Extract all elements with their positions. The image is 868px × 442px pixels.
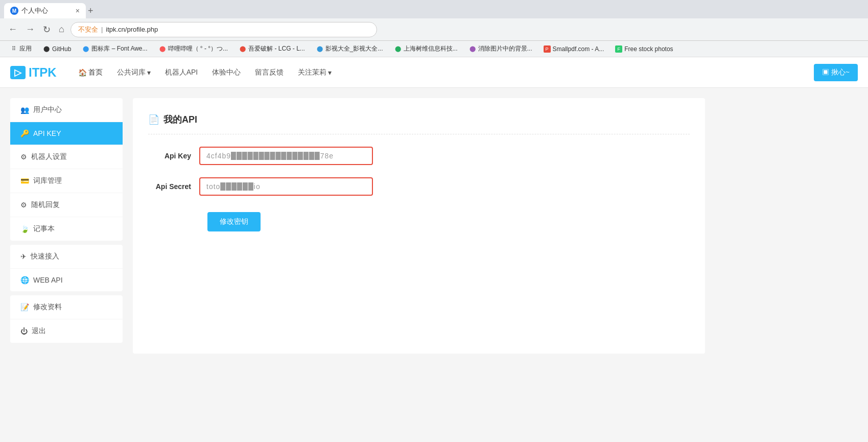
api-key-label: Api Key (148, 152, 199, 160)
sidebar-section-main: 👥 用户中心 🔑 API KEY ⚙ 机器人设置 💳 词库管理 ⚙ 随 (10, 98, 123, 241)
sidebar-item-quick-access[interactable]: ✈ 快速接入 (10, 245, 123, 269)
sidebar-section-account: 📝 修改资料 ⏻ 退出 (10, 295, 123, 343)
logo-tag: ▷ (10, 66, 26, 79)
pojie-icon: ⬤ (239, 45, 246, 53)
sidebar-item-robot-settings[interactable]: ⚙ 机器人设置 (10, 145, 123, 169)
plane-icon: ✈ (20, 252, 27, 261)
nav-feedback[interactable]: 留言反馈 (249, 65, 290, 80)
yingshi-icon: ⬤ (316, 45, 323, 53)
sidebar-item-random-reply[interactable]: ⚙ 随机回复 (10, 193, 123, 217)
reload-button[interactable]: ↻ (41, 22, 53, 37)
follow-dropdown-icon: ▾ (328, 68, 332, 77)
new-tab-button[interactable]: + (88, 6, 93, 16)
section-title: 📄 我的API (148, 113, 690, 134)
submit-button[interactable]: 修改密钥 (207, 212, 261, 231)
shuwei-icon: ⬤ (394, 45, 402, 53)
bookmark-apps[interactable]: ⠿ 应用 (6, 43, 36, 54)
api-secret-input[interactable] (199, 177, 373, 196)
home-button[interactable]: ⌂ (57, 22, 66, 37)
address-bar: ← → ↻ ⌂ 不安全 | itpk.cn/profile.php (0, 18, 868, 41)
nav-experience[interactable]: 体验中心 (206, 65, 247, 80)
nav-public-library[interactable]: 公共词库 ▾ (111, 65, 157, 80)
sidebar-section-quick: ✈ 快速接入 🌐 WEB API (10, 245, 123, 291)
sidebar: 👥 用户中心 🔑 API KEY ⚙ 机器人设置 💳 词库管理 ⚙ 随 (10, 98, 123, 354)
bookmark-fontawesome[interactable]: ⬤ 图标库 – Font Awe... (78, 43, 151, 54)
nav-home[interactable]: 🏠 首页 (72, 65, 109, 80)
bookmark-freestockphotos[interactable]: F Free stock photos (611, 44, 677, 54)
api-key-input-wrapper (199, 147, 373, 165)
api-secret-label: Api Secret (148, 182, 199, 191)
website: ▷ ITPK 🏠 首页 公共词库 ▾ 机器人API 体验中心 留言反馈 关注茉莉 (0, 57, 868, 442)
browser-chrome: M 个人中心 × + ← → ↻ ⌂ 不安全 | itpk.cn/profile… (0, 0, 868, 57)
bookmark-52pojie[interactable]: ⬤ 吾爱破解 - LCG - L... (235, 43, 309, 54)
sidebar-item-vocabulary[interactable]: 💳 词库管理 (10, 169, 123, 193)
main-layout: 👥 用户中心 🔑 API KEY ⚙ 机器人设置 💳 词库管理 ⚙ 随 (0, 88, 715, 364)
tab-favicon: M (10, 7, 18, 15)
back-button[interactable]: ← (6, 22, 19, 37)
bookmark-removebg[interactable]: ⬤ 消除图片中的背景... (465, 43, 536, 54)
bookmark-bilibili[interactable]: ⬤ 哔哩哔哩（ ° - °）つ... (155, 43, 232, 54)
forward-button[interactable]: → (24, 22, 37, 37)
smallpdf-icon: P (544, 45, 551, 53)
power-icon: ⏻ (20, 327, 28, 335)
sidebar-item-api-key[interactable]: 🔑 API KEY (10, 122, 123, 145)
bookmark-github[interactable]: ⬤ GitHub (39, 44, 75, 54)
nav-right: ▣ 揪心~ (814, 64, 858, 81)
tab-close-button[interactable]: × (76, 7, 80, 15)
sidebar-item-notepad[interactable]: 🍃 记事本 (10, 217, 123, 241)
content-area: 📄 我的API Api Key Api Secret 修改密钥 (133, 98, 705, 354)
url-text: itpk.cn/profile.php (106, 26, 158, 33)
home-icon: 🏠 (78, 68, 87, 77)
card-icon: 💳 (20, 177, 29, 185)
random-icon: ⚙ (20, 201, 27, 209)
globe-icon: 🌐 (20, 276, 29, 284)
sidebar-item-web-api[interactable]: 🌐 WEB API (10, 269, 123, 291)
top-nav: ▷ ITPK 🏠 首页 公共词库 ▾ 机器人API 体验中心 留言反馈 关注茉莉 (0, 57, 868, 88)
sidebar-item-edit-profile[interactable]: 📝 修改资料 (10, 295, 123, 319)
nav-follow[interactable]: 关注茉莉 ▾ (292, 65, 338, 80)
api-secret-input-wrapper (199, 177, 373, 196)
sidebar-item-user-center[interactable]: 👥 用户中心 (10, 98, 123, 122)
apps-grid-icon: ⠿ (10, 45, 17, 53)
tab-title: 个人中心 (21, 6, 48, 15)
api-key-row: Api Key (148, 147, 690, 165)
freestockphotos-icon: F (615, 45, 622, 53)
gear-icon: ⚙ (20, 153, 27, 161)
logo[interactable]: ▷ ITPK (10, 65, 57, 80)
bilibili-icon: ⬤ (159, 45, 166, 53)
dropdown-icon: ▾ (147, 68, 151, 77)
key-icon: 🔑 (20, 129, 29, 137)
users-icon: 👥 (20, 106, 29, 114)
removebg-icon: ⬤ (469, 45, 476, 53)
fontawesome-icon: ⬤ (82, 45, 89, 53)
bookmarks-bar: ⠿ 应用 ⬤ GitHub ⬤ 图标库 – Font Awe... ⬤ 哔哩哔哩… (0, 41, 868, 57)
tab-bar: M 个人中心 × + (0, 0, 868, 18)
api-key-input[interactable] (199, 147, 373, 165)
document-icon: 📄 (148, 114, 159, 125)
leaf-icon: 🍃 (20, 225, 29, 233)
nav-menu: 🏠 首页 公共词库 ▾ 机器人API 体验中心 留言反馈 关注茉莉 ▾ (72, 65, 814, 80)
active-tab[interactable]: M 个人中心 × (4, 3, 86, 18)
security-icon: 不安全 (78, 25, 98, 34)
bookmark-shuwei[interactable]: ⬤ 上海树维信息科技... (390, 43, 462, 54)
api-secret-row: Api Secret (148, 177, 690, 196)
sidebar-item-logout[interactable]: ⏻ 退出 (10, 319, 123, 343)
url-bar[interactable]: 不安全 | itpk.cn/profile.php (71, 22, 377, 37)
github-icon: ⬤ (43, 45, 50, 53)
monitor-button[interactable]: ▣ 揪心~ (814, 64, 858, 81)
bookmark-smallpdf[interactable]: P Smallpdf.com - A... (539, 44, 608, 54)
logo-text: ITPK (29, 65, 57, 80)
edit-icon: 📝 (20, 303, 29, 311)
bookmark-yingshi[interactable]: ⬤ 影视大全_影视大全... (312, 43, 387, 54)
nav-robot-api[interactable]: 机器人API (159, 65, 204, 80)
